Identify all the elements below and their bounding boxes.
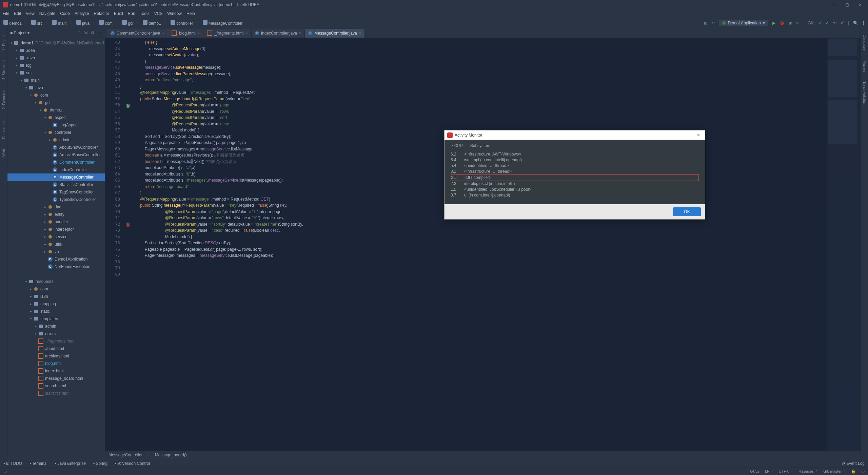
tree-item-com[interactable]: ▾com <box>7 91 105 99</box>
git-revert-icon[interactable]: ↺ <box>841 21 844 25</box>
inspector-icon[interactable]: ▭ <box>861 469 865 474</box>
left-tool-persistence[interactable]: Persistence <box>2 120 6 139</box>
crumb-controller[interactable]: controller <box>171 20 193 26</box>
crumb-src[interactable]: src <box>31 20 42 26</box>
activity-row[interactable]: 5.4<unidentified: UI thread> <box>451 163 699 169</box>
run-config-dropdown[interactable]: Demo1Application ▾ <box>719 20 768 26</box>
crumb-main[interactable]: main <box>52 20 66 26</box>
tab-IndexController.java[interactable]: IndexController.java× <box>252 29 305 38</box>
tree-item-search.html[interactable]: search.html <box>7 382 105 390</box>
tree-item-dao[interactable]: ▸dao <box>7 203 105 211</box>
indent[interactable]: 4 spaces ≑ <box>799 469 818 474</box>
tree-item-handler[interactable]: ▸handler <box>7 218 105 226</box>
bottom-tool-9--version-control[interactable]: ▪ 9: Version Control <box>115 461 150 466</box>
activity-row[interactable]: 5.4wm.impl (in com.intellij.openapi) <box>451 157 699 163</box>
crumb-demo1[interactable]: demo1 <box>3 20 22 26</box>
ok-button[interactable]: OK <box>673 207 701 216</box>
menu-window[interactable]: Window <box>167 11 182 16</box>
maximize-button[interactable]: ▢ <box>845 2 849 7</box>
tab-close-icon[interactable]: × <box>162 31 164 35</box>
tab-close-icon[interactable]: × <box>198 31 200 35</box>
settings-icon[interactable]: ┇ <box>862 21 865 25</box>
tree-item-interceptor[interactable]: ▸interceptor <box>7 226 105 233</box>
activity-list[interactable]: 6.2<infrastructure: AWT-Windows>5.4wm.im… <box>447 149 702 200</box>
menu-tools[interactable]: Tools <box>140 11 150 16</box>
tree-item-controller[interactable]: ▾controller <box>7 129 105 136</box>
tree-item-demo1[interactable]: ▾demo1D:\Github仓库\MyBlog-MyBatis\demo1 <box>7 39 105 47</box>
run-button[interactable]: ▶ <box>772 21 775 25</box>
right-tool-maven[interactable]: Maven <box>863 61 867 72</box>
dialog-title-bar[interactable]: Activity Monitor ✕ <box>445 130 705 140</box>
tree-item-archives.html[interactable]: archives.html <box>7 352 105 360</box>
tab-close-icon[interactable]: × <box>359 31 361 35</box>
debug-button[interactable]: 🐞 <box>780 21 785 25</box>
tab-MessageController.java[interactable]: MessageController.java× <box>305 29 365 38</box>
collapse-all-icon[interactable]: ⇲ <box>84 30 87 35</box>
tree-item-CommentController[interactable]: CommentController <box>7 159 105 166</box>
stop-button[interactable]: ■ <box>796 21 798 25</box>
tree-item-vo[interactable]: ▸vo <box>7 248 105 255</box>
line-separator[interactable]: LF ≑ <box>765 469 773 474</box>
tree-item-admin[interactable]: ▸admin <box>7 323 105 330</box>
bottom-tool-6--todo[interactable]: ▪ 6: TODO <box>3 461 22 466</box>
tab-blog.html[interactable]: blog.html× <box>168 29 203 38</box>
back-icon[interactable]: ↶ <box>711 21 715 25</box>
menu-file[interactable]: File <box>3 11 9 16</box>
close-button[interactable]: ✕ <box>859 2 862 7</box>
tree-item-statistics.html[interactable]: statistics.html <box>7 390 105 397</box>
project-tree[interactable]: ▾demo1D:\Github仓库\MyBlog-MyBatis\demo1▸.… <box>7 38 105 459</box>
tab-_fragments.html[interactable]: _fragments.html× <box>203 29 251 38</box>
menu-navigate[interactable]: Navigate <box>39 11 55 16</box>
layout-icon[interactable]: ⊞ <box>704 21 707 25</box>
tree-item-MessageController[interactable]: MessageController <box>7 173 105 181</box>
bottom-tool-terminal[interactable]: ▪ Terminal <box>29 461 47 466</box>
tree-item-utils[interactable]: ▸utils <box>7 241 105 248</box>
menu-refactor[interactable]: Refactor <box>94 11 109 16</box>
tree-item-mapping[interactable]: ▸mapping <box>7 300 105 308</box>
code-editor[interactable]: } else { message.setAdminMessage(0); mes… <box>132 38 861 451</box>
tree-item-src[interactable]: ▾src <box>7 69 105 77</box>
menu-vcs[interactable]: VCS <box>154 11 163 16</box>
tree-item-blog.html[interactable]: blog.html <box>7 360 105 367</box>
git-update-icon[interactable]: ↙ <box>818 21 822 25</box>
activity-row[interactable]: 2.3ide.plugins.cl (in com.intellij) <box>451 181 699 187</box>
left-tool-7--structure[interactable]: 7: Structure <box>2 60 6 80</box>
tab-close-icon[interactable]: × <box>245 31 248 35</box>
activity-row[interactable]: 0.7ui (in com.intellij.openapi) <box>451 192 699 198</box>
tree-item-admin[interactable]: ▸admin <box>7 136 105 144</box>
bottom-tool-java-enterprise[interactable]: ▪ Java Enterprise <box>55 461 86 466</box>
menu-help[interactable]: Help <box>186 11 195 16</box>
left-tool-2--favorites[interactable]: 2: Favorites <box>2 90 6 109</box>
tree-item-StatisticsController[interactable]: StatisticsController <box>7 181 105 188</box>
right-tool-bean-validati---[interactable]: Bean Validati... <box>863 82 867 107</box>
tree-item-about.html[interactable]: about.html <box>7 345 105 352</box>
menu-code[interactable]: Code <box>60 11 70 16</box>
tree-item-static[interactable]: ▸static <box>7 308 105 315</box>
activity-row[interactable]: 2.5<JIT compiler> <box>451 174 699 181</box>
tree-item-aspect[interactable]: ▾aspect <box>7 114 105 121</box>
project-view-dropdown[interactable]: ■ Project ▾ <box>10 30 29 35</box>
minimize-button[interactable]: — <box>832 2 836 7</box>
menu-edit[interactable]: Edit <box>14 11 21 16</box>
dialog-close-button[interactable]: ✕ <box>695 133 702 138</box>
tree-item-.idea[interactable]: ▸.idea <box>7 47 105 54</box>
tree-item-NotFoundException[interactable]: NotFoundException <box>7 263 105 270</box>
tree-item-TypeShowController[interactable]: TypeShowController <box>7 196 105 203</box>
tree-item-templates[interactable]: ▾templates <box>7 315 105 323</box>
hide-sidebar-icon[interactable]: — <box>98 30 102 35</box>
crumb-demo1[interactable]: demo1 <box>143 20 161 26</box>
tree-item-gcl[interactable]: ▾gcl <box>7 99 105 106</box>
tree-item-demo1[interactable]: ▾demo1 <box>7 106 105 114</box>
menu-build[interactable]: Build <box>114 11 123 16</box>
event-log-button[interactable]: ◔ Event Log <box>842 461 865 466</box>
right-tool-database[interactable]: Database <box>863 35 867 50</box>
menu-run[interactable]: Run <box>128 11 135 16</box>
tree-item-service[interactable]: ▸service <box>7 233 105 241</box>
crumb-MessageController[interactable]: MessageController <box>203 20 243 26</box>
activity-row[interactable]: 1.5<unidentified: JobScheduler FJ pool> <box>451 187 699 192</box>
tree-item-message_board.html[interactable]: message_board.html <box>7 375 105 382</box>
tab-CommentController.java[interactable]: CommentController.java× <box>107 29 168 38</box>
tab-close-icon[interactable]: × <box>299 31 301 35</box>
activity-row[interactable]: 6.2<infrastructure: AWT-Windows> <box>451 151 699 157</box>
scroll-from-source-icon[interactable]: ⊙ <box>77 30 81 35</box>
